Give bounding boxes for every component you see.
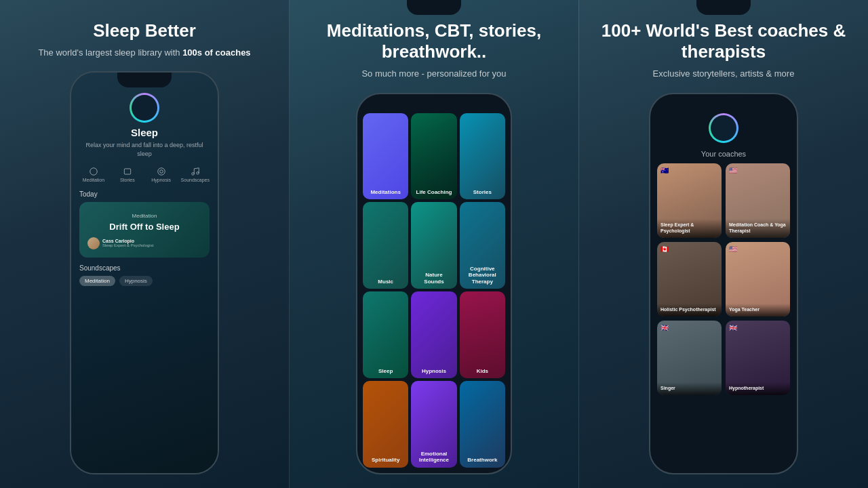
coach-label-5: Singer bbox=[660, 385, 718, 391]
tile-label-breathwork: Breathwork bbox=[464, 457, 501, 464]
coach-card-meditation-coach[interactable]: 🇺🇸 Meditation Coach & Yoga Therapist bbox=[726, 163, 790, 238]
panel-3-subtitle: Exclusive storytellers, artists & more bbox=[653, 68, 795, 80]
author-info: Cass Carlopio Sleep Expert & Psychologis… bbox=[102, 239, 153, 247]
card-author: Cass Carlopio Sleep Expert & Psychologis… bbox=[87, 237, 153, 249]
phone-screen-2: Meditations Life Coaching Stories Music … bbox=[357, 94, 511, 473]
nav-item-meditation[interactable]: Meditation bbox=[79, 167, 108, 182]
coach-card-hypnotherapist[interactable]: 🇬🇧 Hypnotherapist bbox=[726, 321, 790, 395]
panel-1-subtitle: The world's largest sleep library with 1… bbox=[38, 47, 250, 59]
soundscape-tab-hypnosis[interactable]: Hypnosis bbox=[119, 276, 153, 286]
coach-label-6: Hypnotherapist bbox=[729, 385, 787, 391]
coach-card-holistic[interactable]: 🇨🇦 Holistic Psychotherapist bbox=[657, 242, 722, 317]
tile-label-hypnosis: Hypnosis bbox=[415, 368, 452, 375]
panel-3-title: 100+ World's Best coaches & therapists bbox=[593, 20, 854, 62]
grid-row-3: Sleep Hypnosis Kids bbox=[363, 291, 505, 378]
screen-title-1: Sleep bbox=[131, 127, 158, 138]
tile-emotional-intelligence[interactable]: Emotional Intelligence bbox=[411, 381, 456, 468]
coach-overlay-1: Sleep Expert & Psychologist bbox=[657, 219, 722, 237]
tile-spirituality[interactable]: Spirituality bbox=[363, 381, 408, 468]
tile-breathwork[interactable]: Breathwork bbox=[460, 381, 505, 468]
tile-label-spirituality: Spirituality bbox=[367, 457, 404, 464]
flag-gb-2: 🇬🇧 bbox=[729, 324, 737, 331]
phone-mockup-2: Meditations Life Coaching Stories Music … bbox=[356, 93, 512, 474]
screen-subtitle-1: Relax your mind and fall into a deep, re… bbox=[79, 141, 210, 158]
phone-mockup-1: Sleep Relax your mind and fall into a de… bbox=[70, 71, 219, 474]
tile-stories[interactable]: Stories bbox=[460, 113, 505, 200]
grid-row-2: Music Nature Sounds Cognitive Behavioral… bbox=[363, 202, 505, 289]
author-name: Cass Carlopio bbox=[102, 239, 153, 243]
author-role: Sleep Expert & Psychologist bbox=[102, 243, 153, 247]
coach-label-2: Meditation Coach & Yoga Therapist bbox=[729, 222, 787, 234]
flag-us-2: 🇺🇸 bbox=[729, 245, 737, 253]
coach-overlay-5: Singer bbox=[657, 382, 722, 394]
card-tag: Meditation bbox=[132, 213, 157, 219]
tile-label-emotional: Emotional Intelligence bbox=[415, 451, 452, 464]
flag-au: 🇦🇺 bbox=[660, 167, 669, 174]
phone-mockup-3: Your coaches 🇦🇺 Sleep Expert & Psycholog… bbox=[649, 93, 798, 474]
coach-overlay-3: Holistic Psychotherapist bbox=[657, 304, 722, 316]
coach-label-4: Yoga Teacher bbox=[729, 306, 787, 312]
tile-label-cbt: Cognitive Behavioral Therapy bbox=[464, 266, 501, 285]
svg-point-2 bbox=[192, 172, 195, 175]
tile-music[interactable]: Music bbox=[363, 202, 408, 289]
phone-screen-1: Sleep Relax your mind and fall into a de… bbox=[71, 73, 218, 473]
coaches-grid: 🇦🇺 Sleep Expert & Psychologist 🇺🇸 Medita… bbox=[657, 163, 790, 395]
coach-label-3: Holistic Psychotherapist bbox=[660, 306, 718, 312]
tile-label-meditations: Meditations bbox=[367, 189, 404, 196]
coach-overlay-6: Hypnotherapist bbox=[726, 382, 790, 394]
tile-hypnosis[interactable]: Hypnosis bbox=[411, 291, 456, 378]
coach-label-1: Sleep Expert & Psychologist bbox=[660, 222, 718, 234]
nav-label-soundscapes: Soundscapes bbox=[181, 178, 210, 182]
app-logo-ring-1 bbox=[130, 93, 159, 123]
svg-rect-1 bbox=[124, 168, 130, 174]
card-title: Drift Off to Sleep bbox=[109, 222, 179, 232]
meditation-card[interactable]: Meditation Drift Off to Sleep Cass Carlo… bbox=[79, 202, 210, 258]
tile-sleep[interactable]: Sleep bbox=[363, 291, 408, 378]
svg-point-0 bbox=[90, 167, 98, 175]
app-logo-ring-3 bbox=[709, 113, 738, 143]
tile-label-life-coaching: Life Coaching bbox=[415, 189, 452, 196]
coach-overlay-4: Yoga Teacher bbox=[726, 304, 790, 316]
coach-card-yoga-teacher[interactable]: 🇺🇸 Yoga Teacher bbox=[726, 242, 790, 317]
phone-screen-3: Your coaches 🇦🇺 Sleep Expert & Psycholog… bbox=[650, 94, 797, 473]
flag-gb-1: 🇬🇧 bbox=[660, 324, 669, 331]
panel-2-subtitle: So much more - personalized for you bbox=[361, 68, 506, 80]
tile-label-sleep: Sleep bbox=[367, 368, 404, 375]
nav-label-stories: Stories bbox=[120, 178, 135, 182]
flag-ca: 🇨🇦 bbox=[660, 245, 669, 253]
coach-card-sleep-expert[interactable]: 🇦🇺 Sleep Expert & Psychologist bbox=[657, 163, 722, 238]
tile-cbt[interactable]: Cognitive Behavioral Therapy bbox=[460, 202, 505, 289]
tile-label-stories: Stories bbox=[464, 189, 501, 196]
grid-row-1: Meditations Life Coaching Stories bbox=[363, 113, 505, 200]
panel-sleep-better: Sleep Better The world's largest sleep l… bbox=[0, 0, 289, 488]
tile-label-nature: Nature Sounds bbox=[415, 272, 452, 285]
panel-1-title: Sleep Better bbox=[93, 20, 196, 41]
soundscapes-label: Soundscapes bbox=[79, 264, 121, 272]
coaches-label: Your coaches bbox=[701, 150, 746, 158]
soundscape-tabs: Meditation Hypnosis bbox=[79, 276, 153, 286]
tile-label-kids: Kids bbox=[464, 368, 501, 375]
grid-row-4: Spirituality Emotional Intelligence Brea… bbox=[363, 381, 505, 468]
nav-label-hypnosis: Hypnosis bbox=[151, 178, 171, 182]
tile-kids[interactable]: Kids bbox=[460, 291, 505, 378]
author-avatar bbox=[87, 237, 100, 249]
panel-2-title: Meditations, CBT, stories, breathwork.. bbox=[303, 20, 565, 62]
tile-label-music: Music bbox=[367, 279, 404, 285]
nav-item-soundscapes[interactable]: Soundscapes bbox=[181, 167, 210, 182]
tile-nature-sounds[interactable]: Nature Sounds bbox=[411, 202, 456, 289]
panel-meditations: Meditations, CBT, stories, breathwork.. … bbox=[289, 0, 579, 488]
coach-overlay-2: Meditation Coach & Yoga Therapist bbox=[726, 219, 790, 237]
nav-item-hypnosis[interactable]: Hypnosis bbox=[147, 167, 176, 182]
ring-inner-1 bbox=[132, 95, 157, 121]
tile-life-coaching[interactable]: Life Coaching bbox=[411, 113, 456, 200]
ring-inner-3 bbox=[711, 115, 736, 141]
today-label: Today bbox=[79, 190, 98, 198]
tile-meditations[interactable]: Meditations bbox=[363, 113, 408, 200]
coach-card-singer[interactable]: 🇬🇧 Singer bbox=[657, 321, 722, 395]
nav-label-meditation: Meditation bbox=[83, 178, 104, 182]
nav-item-stories[interactable]: Stories bbox=[113, 167, 142, 182]
soundscape-tab-meditation[interactable]: Meditation bbox=[79, 276, 115, 286]
panel-coaches: 100+ World's Best coaches & therapists E… bbox=[579, 0, 868, 488]
flag-us-1: 🇺🇸 bbox=[729, 167, 737, 174]
phone-notch-1 bbox=[117, 73, 172, 87]
